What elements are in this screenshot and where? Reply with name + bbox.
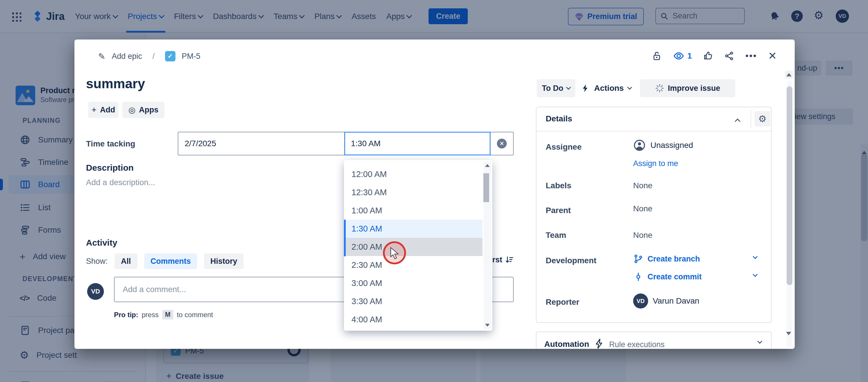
- time-dropdown: 12:00 AM 12:30 AM 1:00 AM 1:30 AM 2:00 A…: [344, 160, 492, 331]
- plus-icon: +: [91, 105, 97, 115]
- keyboard-shortcut-m: M: [162, 310, 174, 319]
- dropdown-scrollbar-thumb[interactable]: [483, 173, 489, 202]
- assignee-label: Assignee: [546, 142, 582, 152]
- development-label: Development: [546, 256, 596, 265]
- labels-label: Labels: [546, 181, 571, 190]
- eye-icon: [673, 50, 684, 62]
- lightning-outline-icon: [594, 338, 605, 349]
- divider: [750, 110, 751, 128]
- sparkle-burst-icon: [655, 83, 664, 93]
- time-option[interactable]: 1:00 AM: [344, 202, 483, 220]
- time-option[interactable]: 2:30 AM: [344, 256, 483, 274]
- issue-title[interactable]: summary: [86, 76, 145, 92]
- jira-app: Jira Your work Projects Filters Dashboar…: [0, 0, 868, 382]
- share-icon[interactable]: [724, 51, 734, 61]
- breadcrumb-issue-key[interactable]: PM-5: [182, 52, 200, 61]
- filter-all[interactable]: All: [115, 253, 137, 269]
- create-branch-link[interactable]: Create branch: [633, 254, 700, 264]
- team-value[interactable]: None: [633, 231, 652, 240]
- selected-option-indicator: [344, 220, 346, 256]
- sort-control[interactable]: rst: [492, 255, 514, 265]
- breadcrumb-add-epic[interactable]: Add epic: [112, 52, 142, 61]
- scroll-down-arrow[interactable]: [485, 324, 490, 327]
- parent-value[interactable]: None: [633, 204, 652, 213]
- reporter-avatar: VD: [633, 293, 648, 309]
- details-title: Details: [546, 114, 572, 124]
- chevron-down-icon: [566, 85, 571, 90]
- time-option[interactable]: 4:00 AM: [344, 311, 483, 329]
- time-option-hovered[interactable]: 2:00 AM: [344, 238, 483, 256]
- add-button[interactable]: + Add: [88, 102, 118, 118]
- time-option[interactable]: 12:30 AM: [344, 183, 483, 202]
- filter-comments[interactable]: Comments: [144, 253, 197, 269]
- time-tracking-field: 2/7/2025 1:30 AM ✕: [178, 132, 514, 155]
- time-field-label: Time tacking: [86, 139, 135, 148]
- team-label: Team: [546, 231, 566, 240]
- apps-target-icon: ◎: [128, 105, 135, 115]
- time-option[interactable]: 3:00 AM: [344, 274, 483, 292]
- description-placeholder[interactable]: Add a description...: [86, 178, 155, 187]
- pencil-icon: ✎: [98, 51, 105, 61]
- clear-field-icon[interactable]: ✕: [497, 139, 507, 148]
- mouse-cursor: [390, 247, 402, 259]
- time-option-selected[interactable]: 1:30 AM: [344, 220, 483, 238]
- chevron-down-icon: [627, 85, 632, 90]
- sort-label-fragment: rst: [492, 255, 502, 265]
- more-actions-icon[interactable]: •••: [745, 51, 757, 61]
- watchers-count: 1: [687, 51, 692, 61]
- details-gear-icon[interactable]: ⚙: [754, 111, 770, 127]
- details-panel: Details ⚙ Assignee Unassigned Assign to …: [536, 107, 772, 323]
- labels-value[interactable]: None: [633, 181, 652, 190]
- apps-button[interactable]: ◎ Apps: [122, 102, 164, 118]
- automation-title: Automation: [544, 340, 589, 349]
- task-check-icon: ✓: [165, 51, 176, 61]
- filter-history[interactable]: History: [204, 253, 244, 269]
- reporter-value[interactable]: VD Varun Davan: [633, 293, 699, 309]
- improve-issue-button[interactable]: Improve issue: [640, 79, 735, 97]
- sort-descending-icon: [505, 255, 514, 265]
- create-commit-link[interactable]: Create commit: [633, 272, 702, 282]
- activity-heading: Activity: [86, 238, 117, 248]
- chevron-down-icon[interactable]: [757, 339, 763, 344]
- parent-label: Parent: [546, 206, 571, 215]
- actions-dropdown[interactable]: Actions: [581, 79, 631, 97]
- modal-scrollbar-thumb[interactable]: [786, 86, 793, 285]
- modal-scroll-down-arrow[interactable]: [786, 335, 791, 341]
- description-heading: Description: [86, 163, 134, 173]
- watchers-control[interactable]: 1: [673, 50, 692, 62]
- person-icon: [633, 139, 646, 152]
- chevron-down-icon[interactable]: [753, 272, 758, 277]
- time-option[interactable]: 3:30 AM: [344, 292, 483, 311]
- dropdown-scrollbar[interactable]: [484, 162, 491, 329]
- collapse-chevron-icon[interactable]: [735, 118, 740, 124]
- rule-executions-label[interactable]: Rule executions: [609, 340, 664, 349]
- modal-scroll-up-button[interactable]: [785, 71, 793, 79]
- scroll-up-arrow[interactable]: [485, 164, 490, 167]
- branch-icon: [633, 254, 644, 264]
- pro-tip: Pro tip: press M to comment: [114, 310, 213, 319]
- date-input[interactable]: 2/7/2025: [178, 132, 345, 155]
- chevron-down-icon[interactable]: [753, 254, 758, 259]
- commit-icon: [633, 272, 644, 282]
- assign-to-me-link[interactable]: Assign to me: [633, 159, 678, 168]
- thumbs-up-icon[interactable]: [703, 51, 713, 61]
- reporter-label: Reporter: [546, 298, 580, 307]
- unlock-icon[interactable]: [652, 51, 662, 61]
- show-label: Show:: [86, 257, 107, 266]
- time-option[interactable]: 12:00 AM: [344, 165, 483, 183]
- time-input[interactable]: 1:30 AM: [344, 132, 491, 155]
- close-icon[interactable]: ✕: [768, 50, 777, 62]
- assignee-value[interactable]: Unassigned: [633, 139, 693, 152]
- current-user-avatar: VD: [87, 283, 104, 300]
- lightning-bolt-icon: [581, 83, 590, 93]
- automation-panel: Automation Rule executions: [536, 332, 772, 349]
- status-dropdown[interactable]: To Do: [537, 79, 576, 97]
- breadcrumb-separator: /: [152, 52, 155, 61]
